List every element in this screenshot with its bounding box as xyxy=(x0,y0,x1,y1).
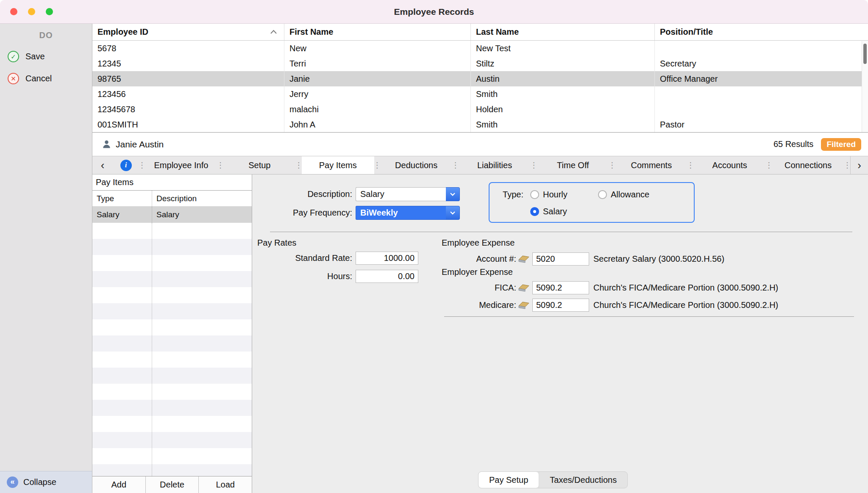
cell-first-name: Terri xyxy=(284,56,471,71)
cell-last-name: Stiltz xyxy=(471,56,655,71)
employee-table-header: Employee ID First Name Last Name Positio… xyxy=(92,24,868,41)
bottom-tab[interactable]: Pay Setup xyxy=(479,472,539,488)
tab[interactable]: Comments ⋮ xyxy=(615,156,693,174)
pay-items-body: Salary Salary xyxy=(92,207,252,223)
filtered-badge[interactable]: Filtered xyxy=(821,138,861,151)
pay-items-buttons: Add Delete Load xyxy=(92,476,252,493)
load-button[interactable]: Load xyxy=(199,476,252,493)
tabs-back-button[interactable]: ‹ xyxy=(92,156,113,174)
cell-last-name: New Test xyxy=(471,41,655,56)
column-header-label: Employee ID xyxy=(97,27,148,37)
tab-label: Connections xyxy=(785,161,832,170)
hours-label: Hours: xyxy=(252,271,352,281)
radio-label: Salary xyxy=(543,207,567,216)
cell-first-name: malachi xyxy=(284,102,471,117)
employee-expense-title: Employee Expense xyxy=(442,238,515,248)
cell-first-name: Jerry xyxy=(284,86,471,102)
tab[interactable]: Pay Items ⋮ xyxy=(302,156,380,174)
collapse-button[interactable]: « Collapse xyxy=(0,471,92,493)
table-row[interactable]: 123456 Jerry Smith xyxy=(92,86,868,102)
medicare-account-field[interactable] xyxy=(532,299,589,312)
chevron-down-icon[interactable] xyxy=(446,187,460,201)
cell-position xyxy=(655,86,868,102)
tab-separator: ⋮ xyxy=(374,156,380,174)
fica-account-field[interactable] xyxy=(532,281,589,294)
pay-items-column-description[interactable]: Description xyxy=(152,191,252,206)
cell-employee-id: 12345678 xyxy=(92,102,284,117)
table-row[interactable]: 98765 Janie Austin Office Manager xyxy=(92,71,868,86)
column-header-employee-id[interactable]: Employee ID xyxy=(92,24,284,40)
column-header-last-name[interactable]: Last Name xyxy=(471,24,655,40)
tab[interactable]: Employee Info ⋮ xyxy=(145,156,223,174)
type-label: Type: xyxy=(498,190,523,199)
pay-setup-tabs: Pay Setup Taxes/Deductions xyxy=(478,471,628,488)
account-number-field[interactable] xyxy=(532,252,589,266)
sidebar-header: DO xyxy=(0,30,92,40)
account-lookup-icon[interactable] xyxy=(518,283,530,292)
employer-expense-title: Employer Expense xyxy=(442,267,513,277)
tab-separator: ⋮ xyxy=(766,156,772,174)
table-row[interactable]: 001SMITH John A Smith Pastor xyxy=(92,117,868,132)
column-header-position[interactable]: Position/Title xyxy=(655,24,868,40)
tab[interactable]: Setup ⋮ xyxy=(223,156,302,174)
type-radio[interactable]: Allowance xyxy=(598,190,666,199)
pay-items-empty-rows xyxy=(92,223,252,476)
tab-label: Accounts xyxy=(712,161,747,170)
pay-item-form: Description: Salary Pay Frequency: BiWee… xyxy=(252,174,868,493)
pay-items-panel: Pay Items Type Description Salary Salary… xyxy=(92,174,252,493)
cell-first-name: Janie xyxy=(284,71,471,86)
chevron-down-icon[interactable] xyxy=(446,206,460,220)
app-window: Employee Records DO ✓ Save ✕ Cancel « Co… xyxy=(0,0,868,493)
pay-frequency-select[interactable]: BiWeekly xyxy=(356,206,460,220)
pay-item-row[interactable]: Salary Salary xyxy=(92,207,252,223)
save-button[interactable]: ✓ Save xyxy=(0,51,92,62)
tab-info[interactable]: i xyxy=(113,156,139,174)
column-header-label: Last Name xyxy=(476,27,519,37)
table-scrollbar[interactable] xyxy=(862,41,868,132)
table-row[interactable]: 5678 New New Test xyxy=(92,41,868,56)
results-count: 65 Results xyxy=(773,139,814,149)
back-chevron-icon: ‹ xyxy=(101,159,105,172)
close-window-button[interactable] xyxy=(10,8,17,15)
account-lookup-icon[interactable] xyxy=(518,255,530,263)
description-select[interactable]: Salary xyxy=(356,187,460,201)
account-lookup-icon[interactable] xyxy=(518,301,530,310)
delete-button[interactable]: Delete xyxy=(146,476,199,493)
pay-items-column-type[interactable]: Type xyxy=(92,191,152,206)
medicare-account-description: Church's FICA/Medicare Portion (3000.509… xyxy=(593,300,778,310)
scrollbar-thumb[interactable] xyxy=(863,44,867,64)
tab[interactable]: Connections ⋮ xyxy=(772,156,850,174)
type-radio[interactable]: Salary xyxy=(530,207,598,216)
tabs-forward-button[interactable]: › xyxy=(850,156,868,174)
cell-employee-id: 001SMITH xyxy=(92,117,284,132)
standard-rate-field[interactable] xyxy=(356,252,418,265)
tab[interactable]: Deductions ⋮ xyxy=(380,156,459,174)
radio-button-icon xyxy=(598,190,607,199)
tab-separator: ⋮ xyxy=(531,156,537,174)
standard-rate-label: Standard Rate: xyxy=(252,253,352,263)
tab-separator: ⋮ xyxy=(844,156,850,174)
table-row[interactable]: 12345 Terri Stiltz Secretary xyxy=(92,56,868,71)
pay-items-header: Type Description xyxy=(92,191,252,207)
type-radio[interactable]: Hourly xyxy=(530,190,598,199)
cell-position: Pastor xyxy=(655,117,868,132)
tab[interactable]: Liabilities ⋮ xyxy=(459,156,537,174)
zoom-window-button[interactable] xyxy=(46,8,53,15)
pay-frequency-value: BiWeekly xyxy=(356,206,446,220)
add-button[interactable]: Add xyxy=(92,476,146,493)
minimize-window-button[interactable] xyxy=(28,8,35,15)
cell-position xyxy=(655,41,868,56)
main-area: Employee ID First Name Last Name Positio… xyxy=(92,24,868,493)
save-label: Save xyxy=(25,52,45,61)
tab-label: Pay Items xyxy=(319,161,357,170)
section-divider xyxy=(444,316,854,317)
tab-separator: ⋮ xyxy=(687,156,693,174)
tab-bar: ‹ i ⋮ Employee Info ⋮ Setup ⋮ Pay Items … xyxy=(92,156,868,174)
bottom-tab[interactable]: Taxes/Deductions xyxy=(539,472,627,488)
cancel-button[interactable]: ✕ Cancel xyxy=(0,73,92,84)
column-header-first-name[interactable]: First Name xyxy=(284,24,471,40)
hours-field[interactable] xyxy=(356,270,418,283)
tab[interactable]: Time Off ⋮ xyxy=(537,156,615,174)
table-row[interactable]: 12345678 malachi Holden xyxy=(92,102,868,117)
tab[interactable]: Accounts ⋮ xyxy=(693,156,772,174)
